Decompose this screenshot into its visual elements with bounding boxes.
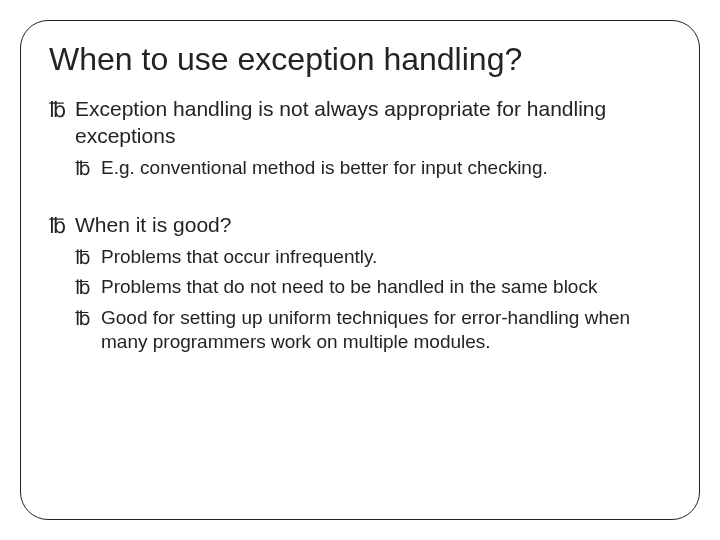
list-item-text: Problems that do not need to be handled … bbox=[101, 276, 597, 297]
list-item-text: E.g. conventional method is better for i… bbox=[101, 157, 548, 178]
list-item: ℔ Problems that do not need to be handle… bbox=[75, 275, 671, 299]
list-item: ℔ Exception handling is not always appro… bbox=[49, 96, 671, 180]
bullet-icon: ℔ bbox=[49, 213, 66, 240]
list-item: ℔ Good for setting up uniform techniques… bbox=[75, 306, 671, 355]
sub-list: ℔ E.g. conventional method is better for… bbox=[75, 156, 671, 180]
list-item: ℔ Problems that occur infrequently. bbox=[75, 245, 671, 269]
bullet-icon: ℔ bbox=[75, 246, 91, 270]
list-item: ℔ E.g. conventional method is better for… bbox=[75, 156, 671, 180]
list-item-text: Good for setting up uniform techniques f… bbox=[101, 307, 630, 352]
slide-title: When to use exception handling? bbox=[49, 41, 671, 78]
vertical-spacer bbox=[49, 190, 671, 212]
bullet-list: ℔ Exception handling is not always appro… bbox=[49, 96, 671, 354]
list-item-text: Exception handling is not always appropr… bbox=[75, 97, 606, 147]
slide-frame: When to use exception handling? ℔ Except… bbox=[20, 20, 700, 520]
bullet-icon: ℔ bbox=[75, 307, 91, 331]
list-item: ℔ When it is good? ℔ Problems that occur… bbox=[49, 212, 671, 354]
sub-list: ℔ Problems that occur infrequently. ℔ Pr… bbox=[75, 245, 671, 354]
list-item-text: When it is good? bbox=[75, 213, 231, 236]
list-item-text: Problems that occur infrequently. bbox=[101, 246, 377, 267]
bullet-icon: ℔ bbox=[49, 97, 66, 124]
bullet-icon: ℔ bbox=[75, 157, 91, 181]
bullet-icon: ℔ bbox=[75, 276, 91, 300]
